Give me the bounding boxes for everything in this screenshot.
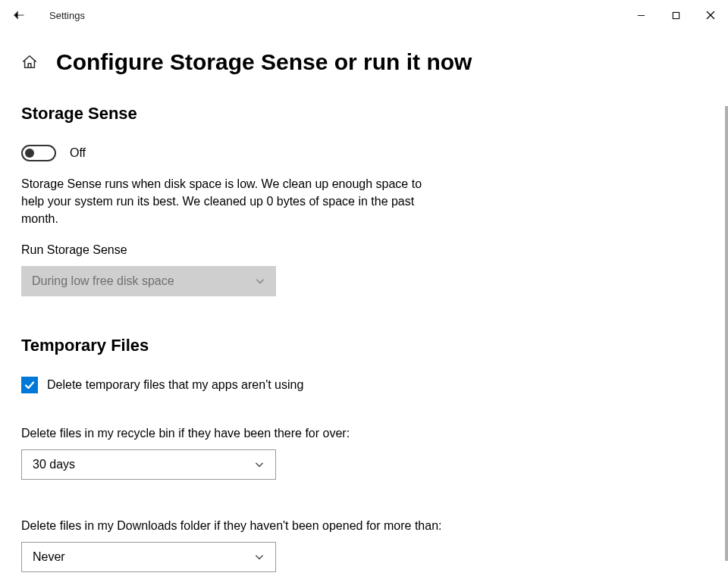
back-button[interactable] — [11, 8, 27, 23]
recycle-bin-select[interactable]: 30 days — [21, 449, 276, 480]
toggle-knob — [25, 149, 34, 158]
scrollbar[interactable] — [725, 106, 728, 561]
recycle-bin-label: Delete files in my recycle bin if they h… — [21, 427, 707, 440]
minimize-button[interactable] — [623, 3, 658, 27]
chevron-down-icon — [255, 276, 265, 286]
run-storage-sense-value: During low free disk space — [32, 274, 174, 288]
storage-sense-toggle-row: Off — [21, 145, 707, 161]
content-area: Configure Storage Sense or run it now St… — [0, 30, 728, 572]
page-title: Configure Storage Sense or run it now — [56, 49, 472, 75]
home-icon[interactable] — [21, 54, 38, 70]
recycle-bin-value: 30 days — [33, 458, 75, 471]
title-bar: Settings — [0, 0, 728, 30]
run-storage-sense-label: Run Storage Sense — [21, 243, 707, 257]
storage-sense-heading: Storage Sense — [21, 104, 707, 124]
chevron-down-icon — [254, 552, 265, 562]
close-button[interactable] — [693, 3, 728, 27]
app-title: Settings — [49, 10, 85, 21]
storage-sense-toggle[interactable] — [21, 145, 56, 161]
window-controls — [623, 3, 728, 27]
maximize-button[interactable] — [658, 3, 693, 27]
delete-temp-files-checkbox[interactable] — [21, 377, 38, 393]
storage-sense-section: Storage Sense Off Storage Sense runs whe… — [21, 104, 707, 296]
delete-temp-files-row: Delete temporary files that my apps aren… — [21, 377, 707, 393]
delete-temp-files-label: Delete temporary files that my apps aren… — [47, 378, 303, 392]
temporary-files-section: Temporary Files Delete temporary files t… — [21, 336, 707, 572]
header-row: Configure Storage Sense or run it now — [21, 49, 707, 75]
title-bar-left: Settings — [11, 8, 85, 23]
storage-sense-toggle-label: Off — [70, 146, 86, 160]
downloads-select[interactable]: Never — [21, 542, 276, 572]
downloads-label: Delete files in my Downloads folder if t… — [21, 519, 707, 533]
chevron-down-icon — [254, 459, 265, 470]
storage-sense-description: Storage Sense runs when disk space is lo… — [21, 175, 431, 228]
svg-rect-2 — [673, 12, 679, 18]
downloads-value: Never — [33, 550, 65, 564]
run-storage-sense-select: During low free disk space — [21, 266, 276, 296]
temporary-files-heading: Temporary Files — [21, 336, 707, 355]
